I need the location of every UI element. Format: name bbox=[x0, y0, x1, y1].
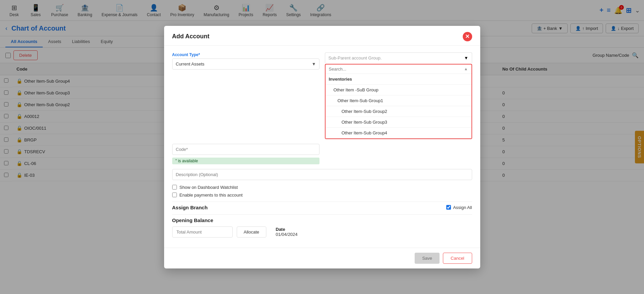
add-account-modal: Add Account ✕ Account Type* Current Asse… bbox=[164, 26, 480, 268]
dropdown-scroll-up-icon: ▲ bbox=[464, 67, 468, 71]
dropdown-item[interactable]: Other Item -SuB Group bbox=[326, 85, 471, 95]
sub-parent-select-button[interactable]: Sub-Parent account Group. ▼ bbox=[325, 52, 472, 63]
modal-overlay: Add Account ✕ Account Type* Current Asse… bbox=[0, 0, 644, 294]
code-spacer bbox=[325, 144, 472, 164]
form-row-code: '' is available bbox=[172, 144, 472, 164]
dropdown-search-input[interactable] bbox=[329, 67, 464, 72]
cancel-button[interactable]: Cancel bbox=[443, 253, 472, 264]
assign-branch-header: Assign Branch Assign All bbox=[172, 205, 472, 210]
sub-parent-chevron-icon: ▼ bbox=[464, 55, 468, 60]
opening-balance-divider bbox=[172, 214, 472, 215]
dropdown-item[interactable]: Other Item-Sub Group1 bbox=[326, 95, 471, 106]
dropdown-item[interactable]: Inventories bbox=[326, 74, 471, 85]
dropdown-item[interactable]: Other Item-Sub Group3 bbox=[326, 117, 471, 128]
account-type-select-wrap: Current Assets Fixed Assets Other Assets… bbox=[172, 58, 319, 70]
description-input[interactable] bbox=[172, 169, 472, 180]
modal-body: Account Type* Current Assets Fixed Asset… bbox=[164, 46, 480, 248]
opening-balance-title: Opening Balance bbox=[172, 217, 472, 223]
date-label: Date bbox=[276, 227, 298, 232]
modal-close-button[interactable]: ✕ bbox=[463, 32, 472, 41]
show-dashboard-row: Show on Dashboard Watchlist bbox=[172, 185, 472, 190]
sub-parent-placeholder: Sub-Parent account Group. bbox=[329, 55, 382, 60]
assign-branch-title: Assign Branch bbox=[172, 205, 208, 210]
date-value: 01/04/2024 bbox=[276, 232, 298, 237]
description-group bbox=[172, 169, 472, 180]
account-type-group: Account Type* Current Assets Fixed Asset… bbox=[172, 52, 319, 139]
dropdown-items-list: InventoriesOther Item -SuB GroupOther It… bbox=[326, 74, 471, 138]
dropdown-item[interactable]: Other Item-Sub Group4 bbox=[326, 128, 471, 138]
assign-all-label: Assign All bbox=[453, 205, 472, 210]
show-dashboard-checkbox[interactable] bbox=[172, 185, 177, 190]
code-input[interactable] bbox=[172, 144, 319, 155]
dropdown-search-area: ▲ bbox=[326, 65, 471, 74]
account-type-select[interactable]: Current Assets Fixed Assets Other Assets bbox=[172, 58, 319, 70]
allocate-button[interactable]: Allocate bbox=[237, 226, 266, 238]
form-row-description bbox=[172, 169, 472, 180]
save-button[interactable]: Save bbox=[415, 253, 440, 264]
code-group: '' is available bbox=[172, 144, 319, 164]
available-badge: '' is available bbox=[172, 158, 319, 164]
assign-all-checkbox[interactable] bbox=[446, 205, 451, 210]
sub-parent-group: Sub-Parent account Group. ▼ ▲ Inventorie… bbox=[325, 52, 472, 139]
form-row-account-type: Account Type* Current Assets Fixed Asset… bbox=[172, 52, 472, 139]
modal-footer: Save Cancel bbox=[164, 248, 480, 268]
enable-payments-label: Enable payments to this account bbox=[180, 193, 243, 198]
sub-parent-dropdown-panel: ▲ InventoriesOther Item -SuB GroupOther … bbox=[325, 64, 472, 139]
date-section: Date 01/04/2024 bbox=[276, 227, 298, 237]
assign-branch-divider bbox=[172, 202, 472, 202]
modal-header: Add Account ✕ bbox=[164, 26, 480, 46]
dropdown-item[interactable]: Other Item-Sub Group2 bbox=[326, 106, 471, 117]
modal-title: Add Account bbox=[172, 33, 210, 40]
account-type-label: Account Type* bbox=[172, 52, 319, 57]
enable-payments-checkbox[interactable] bbox=[172, 193, 177, 197]
enable-payments-row: Enable payments to this account bbox=[172, 193, 472, 198]
opening-balance-row: Allocate Date 01/04/2024 bbox=[172, 226, 472, 238]
total-amount-input[interactable] bbox=[172, 226, 233, 238]
show-dashboard-label: Show on Dashboard Watchlist bbox=[180, 185, 238, 190]
